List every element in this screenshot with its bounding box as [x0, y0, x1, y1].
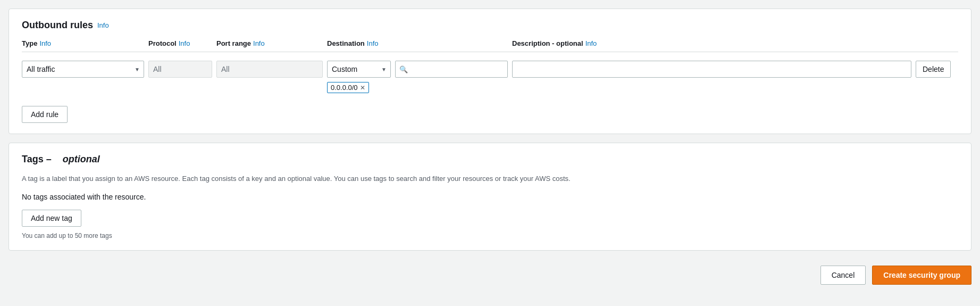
tags-title-text: Tags – — [22, 154, 52, 165]
table-header: Type Info Protocol Info Port range Info … — [22, 39, 958, 52]
delete-button[interactable]: Delete — [916, 61, 951, 78]
add-rule-button[interactable]: Add rule — [22, 106, 68, 123]
add-new-tag-button[interactable]: Add new tag — [22, 210, 81, 227]
tags-description: A tag is a label that you assign to an A… — [22, 173, 958, 184]
no-tags-text: No tags associated with the resource. — [22, 193, 958, 201]
protocol-input — [148, 61, 212, 78]
description-cell — [512, 61, 911, 78]
page-container: Outbound rules Info Type Info Protocol I… — [9, 9, 971, 287]
col-protocol-info-link[interactable]: Info — [179, 39, 190, 47]
protocol-cell — [148, 61, 212, 78]
ip-tag-chip: 0.0.0.0/0 ✕ — [327, 82, 369, 93]
col-port-range-info-link[interactable]: Info — [253, 39, 265, 47]
col-type-header: Type Info — [22, 39, 144, 47]
destination-search-input[interactable] — [395, 61, 508, 78]
destination-select[interactable]: Custom Anywhere-IPv4 Anywhere-IPv6 My IP — [327, 61, 391, 78]
col-protocol-header: Protocol Info — [148, 39, 212, 47]
description-input[interactable] — [512, 61, 911, 78]
ip-tag-value: 0.0.0.0/0 — [331, 84, 358, 92]
col-description-header: Description - optional Info — [512, 39, 911, 47]
port-range-cell — [216, 61, 323, 78]
outbound-rules-title: Outbound rules Info — [22, 20, 958, 31]
add-rule-row: Add rule — [22, 97, 958, 123]
destination-search-wrapper: 🔍 — [395, 61, 508, 78]
table-row: All traffic Custom TCP Custom UDP All TC… — [22, 56, 958, 97]
outbound-rules-section: Outbound rules Info Type Info Protocol I… — [9, 9, 971, 134]
col-type-info-link[interactable]: Info — [39, 39, 51, 47]
port-range-input — [216, 61, 323, 78]
col-description-info-link[interactable]: Info — [585, 39, 597, 47]
tags-limit-text: You can add up to 50 more tags — [22, 232, 112, 239]
col-action-header — [916, 39, 958, 47]
destination-cell: Custom Anywhere-IPv4 Anywhere-IPv6 My IP… — [327, 61, 508, 93]
delete-cell: Delete — [916, 61, 958, 78]
ip-tag-remove-button[interactable]: ✕ — [360, 85, 365, 91]
footer-actions: Cancel Create security group — [9, 259, 971, 287]
col-destination-header: Destination Info — [327, 39, 508, 47]
cancel-button[interactable]: Cancel — [820, 266, 866, 285]
ip-tag-row: 0.0.0.0/0 ✕ — [327, 80, 508, 93]
type-cell: All traffic Custom TCP Custom UDP All TC… — [22, 61, 144, 78]
destination-select-wrapper: Custom Anywhere-IPv4 Anywhere-IPv6 My IP… — [327, 61, 391, 78]
outbound-rules-title-text: Outbound rules — [22, 20, 93, 31]
col-destination-info-link[interactable]: Info — [367, 39, 379, 47]
tags-title-italic: optional — [63, 154, 100, 165]
tags-title: Tags – optional — [22, 154, 958, 165]
type-select[interactable]: All traffic Custom TCP Custom UDP All TC… — [22, 61, 144, 78]
create-security-group-button[interactable]: Create security group — [872, 266, 971, 285]
outbound-rules-info-link[interactable]: Info — [97, 21, 109, 29]
destination-top: Custom Anywhere-IPv4 Anywhere-IPv6 My IP… — [327, 61, 508, 78]
tags-section: Tags – optional A tag is a label that yo… — [9, 143, 971, 251]
search-icon: 🔍 — [399, 65, 408, 73]
col-port-range-header: Port range Info — [216, 39, 323, 47]
